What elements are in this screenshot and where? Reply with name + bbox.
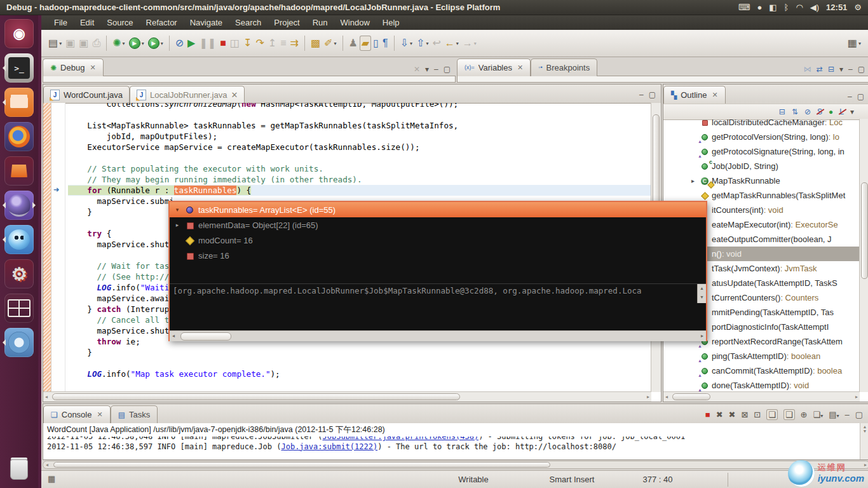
launcher-firefox[interactable] <box>4 122 34 151</box>
collapse-all-icon[interactable]: ⊟ <box>779 108 785 116</box>
console-vertical-scrollbar[interactable]: ▲ ▼ <box>860 423 868 459</box>
outline-item[interactable]: ▸CMapTaskRunnable <box>663 173 860 188</box>
terminate-button[interactable]: ■ <box>218 36 228 51</box>
view-menu-icon[interactable]: ▾ <box>839 65 843 74</box>
editor-tab-localjobrunner-java[interactable]: JLocalJobRunner.java✕ <box>130 86 245 103</box>
battery-indicator-icon[interactable]: ◧ <box>769 3 776 11</box>
menu-window[interactable]: Window <box>341 18 370 27</box>
outline-vertical-scrollbar[interactable] <box>859 119 868 392</box>
launcher-chromium[interactable] <box>4 328 34 357</box>
maximize-icon[interactable]: ▢ <box>858 65 865 74</box>
dropdown-arrow-icon[interactable]: ▾ <box>456 41 459 46</box>
menu-source[interactable]: Source <box>107 18 133 27</box>
code-line[interactable]: // They may begin running immediately (i… <box>68 174 651 185</box>
editor-horizontal-scrollbar[interactable]: ◂ ▸ <box>43 391 651 402</box>
code-line[interactable]: List<MapTaskRunnable> taskRunnables = ge… <box>68 120 651 131</box>
code-line[interactable]: jobId, mapOutputFiles); <box>68 131 651 142</box>
close-icon[interactable]: ✕ <box>231 90 238 100</box>
dropdown-arrow-icon[interactable]: ▾ <box>161 41 163 46</box>
outline-horizontal-scrollbar[interactable]: ◂ ▸ <box>663 391 860 402</box>
clock[interactable]: 12:51 <box>826 3 847 12</box>
new-wizard-button[interactable]: ▤▾ <box>46 36 64 51</box>
close-icon[interactable]: ✕ <box>712 91 717 99</box>
run-history-button[interactable]: ▶▾ <box>146 35 165 51</box>
outline-item[interactable]: ▲getProtocolSignature(String, long, in <box>663 144 860 159</box>
keyboard-indicator-icon[interactable]: ⌨ <box>738 3 750 11</box>
code-line[interactable]: LOG.info("Map task executor complete."); <box>68 369 651 379</box>
menu-navigate[interactable]: Navigate <box>190 18 222 27</box>
toggle-breadcrumb-button[interactable]: ♟ <box>347 36 360 51</box>
minimize-icon[interactable]: ‒ <box>639 90 644 99</box>
code-line[interactable]: for (Runnable r : taskRunnables) { <box>68 185 651 196</box>
hide-non-public-members-icon[interactable]: ● <box>829 108 833 116</box>
popup-variable-row[interactable]: modCount= 16 <box>170 233 706 248</box>
menu-search[interactable]: Search <box>235 18 261 27</box>
popup-horizontal-scrollbar[interactable]: ◂ ▸ <box>170 330 706 341</box>
code-line[interactable]: } <box>68 347 651 358</box>
open-type-button[interactable]: ▩ <box>309 36 322 51</box>
dropdown-arrow-icon[interactable]: ▾ <box>426 41 428 46</box>
open-console-button[interactable]: ▤▾ <box>829 410 839 419</box>
menu-file[interactable]: File <box>54 18 67 27</box>
launcher-files[interactable] <box>4 88 34 117</box>
terminate-button[interactable]: ■ <box>705 410 710 419</box>
launcher-messenger[interactable] <box>4 225 34 254</box>
sort-icon[interactable]: ⇅ <box>792 108 798 116</box>
code-line[interactable]: ExecutorService mapService = createMapEx… <box>68 142 651 152</box>
outline-item[interactable]: ▲canCommit(TaskAttemptID) : boolea <box>663 363 860 378</box>
pin-console-button[interactable]: ⊕ <box>801 410 808 419</box>
session-menu-icon[interactable]: ⚙ <box>854 3 862 11</box>
code-line[interactable] <box>68 109 651 120</box>
dropdown-arrow-icon[interactable]: ▾ <box>142 41 144 46</box>
dropdown-arrow-icon[interactable]: ▾ <box>820 413 823 419</box>
launcher-dash[interactable]: ◉ <box>4 19 34 48</box>
show-stderr-when-changed-button[interactable]: ❏ <box>783 409 795 420</box>
maximize-icon[interactable]: ▢ <box>855 410 863 419</box>
show-logical-structures-button[interactable]: ⇄ <box>817 65 823 74</box>
popup-detail-pane[interactable]: [org.apache.hadoop.mapred.LocalJobRunner… <box>170 283 706 330</box>
next-annotation-button[interactable]: ⇩▾ <box>398 36 414 51</box>
search-button[interactable]: ✐▾ <box>322 36 338 51</box>
console-horizontal-scrollbar[interactable]: ◂ ▸ <box>43 461 868 469</box>
dropdown-arrow-icon[interactable]: ▾ <box>123 41 125 46</box>
open-perspective-button[interactable]: ▦▾ <box>846 36 863 51</box>
menu-edit[interactable]: Edit <box>80 18 94 27</box>
launcher-eclipse[interactable] <box>4 191 34 220</box>
popup-variable-row[interactable]: ▸elementData= Object[22] (id=65) <box>170 217 706 233</box>
menu-help[interactable]: Help <box>383 18 400 27</box>
view-menu-icon[interactable]: ▾ <box>850 107 854 116</box>
editor-tab-wordcount-java[interactable]: JWordCount.java <box>43 86 130 103</box>
minimize-icon[interactable]: ‒ <box>848 92 852 101</box>
minimize-icon[interactable]: ‒ <box>434 65 438 74</box>
view-menu-icon[interactable]: ▾ <box>425 65 429 74</box>
run-button[interactable]: ▶▾ <box>127 35 146 51</box>
show-whitespace-button[interactable]: ¶ <box>381 36 390 51</box>
outline-item[interactable]: ▲getProtocolVersion(String, long) : lo <box>663 130 860 144</box>
outline-item[interactable]: ▲done(TaskAttemptID) : void <box>663 378 860 392</box>
clear-console-button[interactable]: ⊠ <box>741 410 748 419</box>
popup-detail-scrollbar[interactable]: ▲ ▼ <box>697 284 706 303</box>
menu-run[interactable]: Run <box>313 18 328 27</box>
collapse-all-button[interactable]: ⊟ <box>828 65 834 74</box>
tab-console[interactable]: ❏Console✕ <box>43 405 111 423</box>
maximize-icon[interactable]: ▢ <box>649 90 656 99</box>
tab-outline[interactable]: ▚ Outline ✕ <box>663 86 726 104</box>
editor-gutter[interactable]: ➜ <box>51 103 65 392</box>
dropdown-arrow-icon[interactable]: ▾ <box>334 41 336 46</box>
back-button[interactable]: ←▾ <box>443 36 461 51</box>
fast-view-icon[interactable]: ▦ <box>48 474 55 484</box>
launcher-workspaces[interactable] <box>4 294 34 323</box>
outline-item[interactable]: ▲ping(TaskAttemptID) : boolean <box>663 349 860 363</box>
debug-button[interactable]: ✺▾ <box>111 36 126 51</box>
use-step-filters-button[interactable]: ⇉ <box>288 36 301 51</box>
hide-local-types-icon[interactable]: L <box>839 108 844 116</box>
maximize-icon[interactable]: ▢ <box>444 65 451 74</box>
code-line[interactable] <box>68 152 651 163</box>
launcher-trash[interactable] <box>4 455 34 484</box>
show-stdout-when-changed-button[interactable]: ❏ <box>766 409 778 420</box>
maximize-icon[interactable]: ▢ <box>857 92 864 101</box>
launcher-settings[interactable]: ⚙ <box>4 259 34 288</box>
dropdown-arrow-icon[interactable]: ▾ <box>474 41 477 46</box>
popup-variable-tree[interactable]: ▾taskRunnables= ArrayList<E> (id=55)▸ele… <box>170 202 706 283</box>
console-log[interactable]: 2012-11-05 12:46:38,048 INFO [main] mapr… <box>43 437 868 461</box>
